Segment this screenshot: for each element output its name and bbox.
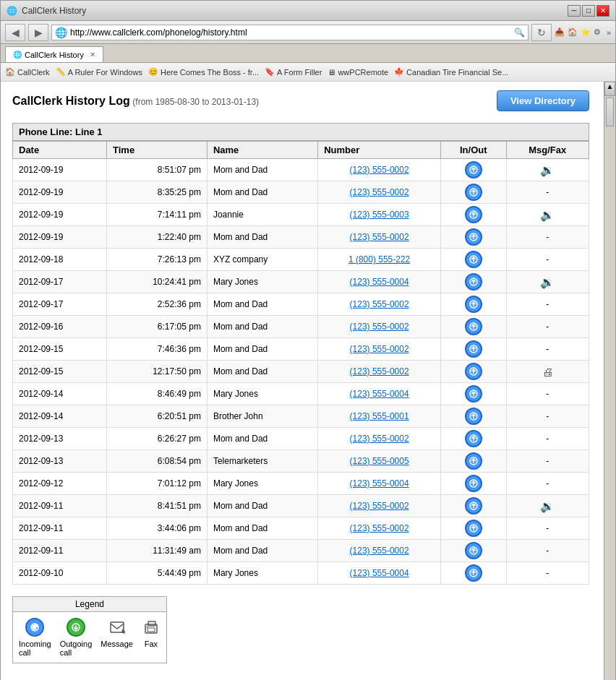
bookmark-formfiller[interactable]: 🔖 A Form Filler: [265, 67, 322, 77]
fax-icon: [142, 618, 161, 637]
table-row: 2012-09-13 6:08:54 pm Telemarketers (123…: [13, 450, 589, 473]
bookmark-boss[interactable]: 😊 Here Comes The Boss - fr...: [148, 67, 259, 77]
expand-icon[interactable]: »: [607, 28, 611, 37]
phone-number-link[interactable]: (123) 555-0002: [350, 322, 409, 332]
cell-inout: [441, 450, 506, 473]
close-button[interactable]: ✕: [596, 5, 609, 17]
cell-number[interactable]: (123) 555-0002: [318, 495, 441, 517]
legend-message: Message: [100, 618, 133, 657]
cell-number[interactable]: (123) 555-0002: [318, 361, 441, 383]
refresh-button[interactable]: ↻: [531, 24, 552, 41]
cell-number[interactable]: (123) 555-0003: [318, 204, 441, 226]
cell-date: 2012-09-19: [13, 181, 107, 204]
fax-icon: 🖨: [542, 366, 553, 378]
phone-number-link[interactable]: (123) 555-0002: [350, 434, 409, 444]
phone-number-link[interactable]: (123) 555-0002: [350, 546, 409, 556]
phone-number-link[interactable]: (123) 555-0002: [350, 366, 409, 376]
cell-date: 2012-09-12: [13, 473, 107, 495]
home-icon[interactable]: 🏠: [568, 27, 578, 37]
cell-inout: [441, 293, 506, 316]
bookmark-canadiantire[interactable]: 🍁 Canadian Tire Financial Se...: [394, 67, 508, 77]
no-msgfax: -: [546, 456, 549, 466]
cell-number[interactable]: (123) 555-0004: [318, 562, 441, 585]
cell-inout: [441, 338, 506, 361]
active-tab[interactable]: 🌐 CallClerk History ✕: [5, 46, 103, 62]
cell-msgfax: -: [506, 383, 589, 405]
table-row: 2012-09-14 6:20:51 pm Brother John (123)…: [13, 405, 589, 428]
phone-number-link[interactable]: (123) 555-0004: [350, 389, 409, 399]
phone-number-link[interactable]: (123) 555-0002: [350, 187, 409, 197]
cell-number[interactable]: (123) 555-0002: [318, 540, 441, 562]
cell-number[interactable]: (123) 555-0001: [318, 405, 441, 428]
phone-number-link[interactable]: (123) 555-0002: [350, 299, 409, 309]
bookmark-ruler[interactable]: 📏 A Ruler For Windows: [56, 67, 142, 77]
url-input[interactable]: [70, 27, 511, 38]
forward-button[interactable]: ▶: [28, 24, 48, 41]
bookmark-label: A Form Filler: [277, 68, 322, 77]
legend-incoming-label: Incomingcall: [19, 640, 51, 657]
star-icon[interactable]: ⭐: [581, 27, 591, 37]
cell-number[interactable]: (123) 555-0002: [318, 338, 441, 361]
incoming-icon: [465, 251, 482, 268]
phone-number-link[interactable]: (123) 555-0004: [350, 277, 409, 287]
cell-time: 6:26:27 pm: [107, 428, 208, 450]
cell-time: 8:41:51 pm: [107, 495, 208, 517]
tab-close-button[interactable]: ✕: [90, 51, 95, 59]
table-row: 2012-09-19 8:51:07 pm Mom and Dad (123) …: [13, 159, 589, 181]
phone-number-link[interactable]: (123) 555-0002: [350, 232, 409, 242]
back-button[interactable]: ◀: [5, 24, 25, 41]
cell-name: Mom and Dad: [207, 226, 317, 249]
cell-number[interactable]: (123) 555-0002: [318, 293, 441, 316]
cell-time: 7:26:13 pm: [107, 249, 208, 271]
settings-icon[interactable]: ⚙: [594, 27, 601, 37]
phone-line-header: Phone Line: Line 1: [12, 123, 589, 141]
scroll-thumb[interactable]: [606, 98, 614, 126]
table-row: 2012-09-11 3:44:06 pm Mom and Dad (123) …: [13, 517, 589, 540]
cell-msgfax: -: [506, 249, 589, 271]
incoming-icon: [465, 363, 482, 380]
cell-number[interactable]: (123) 555-0005: [318, 450, 441, 473]
bookmark-wwpcremote[interactable]: 🖥 wwPCRemote: [328, 68, 388, 77]
cell-number[interactable]: 1 (800) 555-222: [318, 249, 441, 271]
bookmark-icon: 🍁: [394, 67, 404, 77]
phone-number-link[interactable]: (123) 555-0001: [350, 411, 409, 421]
minimize-button[interactable]: ─: [568, 5, 581, 17]
cell-number[interactable]: (123) 555-0004: [318, 271, 441, 293]
phone-number-link[interactable]: (123) 555-0002: [350, 523, 409, 533]
phone-number-link[interactable]: (123) 555-0002: [350, 501, 409, 511]
cell-number[interactable]: (123) 555-0004: [318, 383, 441, 405]
scroll-up-button[interactable]: ▲: [604, 82, 615, 96]
cell-number[interactable]: (123) 555-0002: [318, 316, 441, 338]
phone-number-link[interactable]: (123) 555-0002: [350, 344, 409, 354]
phone-number-link[interactable]: (123) 555-0004: [350, 568, 409, 578]
incoming-icon: [465, 296, 482, 313]
message-icon: 🔉: [540, 209, 555, 221]
search-icon[interactable]: 🔍: [514, 27, 525, 38]
cell-time: 10:24:41 pm: [107, 271, 208, 293]
legend-outgoing: Outgoingcall: [60, 618, 93, 657]
bookmark-callclerk[interactable]: 🏠 CallClerk: [5, 67, 50, 77]
col-date: Date: [13, 142, 107, 159]
table-row: 2012-09-10 5:44:49 pm Mary Jones (123) 5…: [13, 562, 589, 585]
table-row: 2012-09-13 6:26:27 pm Mom and Dad (123) …: [13, 428, 589, 450]
browser-toolbar: ◀ ▶ 🌐 🔍 ↻ 📥 🏠 ⭐ ⚙ »: [1, 21, 615, 44]
cell-number[interactable]: (123) 555-0002: [318, 159, 441, 181]
phone-number-link[interactable]: (123) 555-0003: [350, 210, 409, 220]
page-subtitle: (from 1985-08-30 to 2013-01-13): [132, 97, 259, 107]
cell-number[interactable]: (123) 555-0002: [318, 181, 441, 204]
phone-number-link[interactable]: (123) 555-0005: [350, 456, 409, 466]
phone-number-link[interactable]: (123) 555-0004: [350, 478, 409, 489]
scrollbar[interactable]: ▲ ▼: [604, 82, 615, 680]
bookmarks-bar: 🏠 CallClerk 📏 A Ruler For Windows 😊 Here…: [1, 63, 615, 82]
cell-time: 6:17:05 pm: [107, 316, 208, 338]
cell-number[interactable]: (123) 555-0002: [318, 428, 441, 450]
cell-msgfax: -: [506, 405, 589, 428]
cell-number[interactable]: (123) 555-0004: [318, 473, 441, 495]
page-main: CallClerk History Log (from 1985-08-30 t…: [1, 82, 604, 680]
cell-number[interactable]: (123) 555-0002: [318, 226, 441, 249]
cell-number[interactable]: (123) 555-0002: [318, 517, 441, 540]
maximize-button[interactable]: □: [582, 5, 595, 17]
phone-number-link[interactable]: 1 (800) 555-222: [348, 254, 410, 264]
view-directory-button[interactable]: View Directory: [497, 90, 589, 111]
phone-number-link[interactable]: (123) 555-0002: [350, 165, 409, 175]
